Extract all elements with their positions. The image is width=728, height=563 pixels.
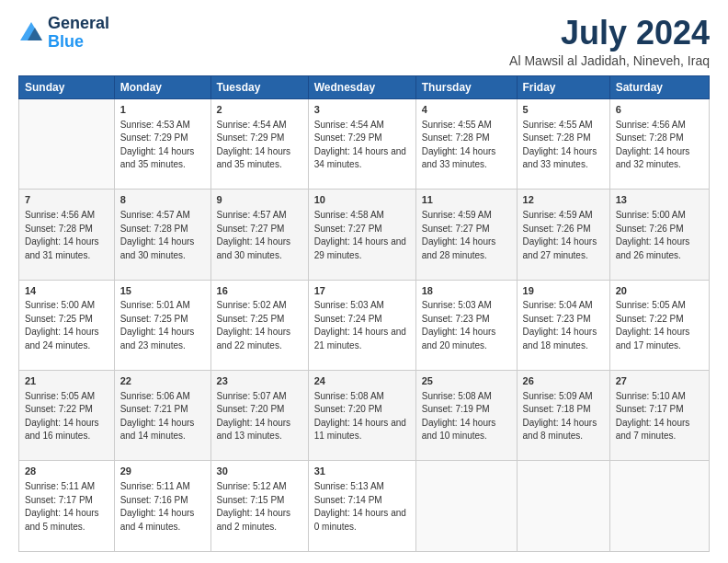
day-cell: 6 Sunrise: 4:56 AM Sunset: 7:28 PM Dayli… — [609, 98, 709, 189]
day-number: 17 — [314, 284, 410, 299]
day-cell: 28 Sunrise: 5:11 AM Sunset: 7:17 PM Dayl… — [19, 461, 115, 552]
sunrise: Sunrise: 4:59 AM — [422, 210, 492, 220]
daylight: Daylight: 14 hours and 35 minutes. — [120, 146, 195, 170]
day-cell: 5 Sunrise: 4:55 AM Sunset: 7:28 PM Dayli… — [517, 98, 609, 189]
day-cell: 8 Sunrise: 4:57 AM Sunset: 7:28 PM Dayli… — [114, 190, 210, 280]
sunrise: Sunrise: 5:11 AM — [25, 481, 95, 491]
daylight: Daylight: 14 hours and 18 minutes. — [523, 327, 597, 350]
sunset: Sunset: 7:21 PM — [120, 404, 188, 414]
day-cell: 20 Sunrise: 5:05 AM Sunset: 7:22 PM Dayl… — [609, 280, 709, 370]
day-number: 8 — [120, 193, 205, 208]
day-number: 3 — [314, 103, 410, 118]
sunrise: Sunrise: 4:53 AM — [120, 120, 190, 130]
daylight: Daylight: 14 hours and 17 minutes. — [616, 327, 690, 350]
sunset: Sunset: 7:27 PM — [217, 224, 285, 234]
day-cell: 16 Sunrise: 5:02 AM Sunset: 7:25 PM Dayl… — [210, 280, 308, 370]
col-header-friday: Friday — [517, 75, 609, 98]
sunset: Sunset: 7:17 PM — [25, 495, 93, 505]
sunset: Sunset: 7:25 PM — [217, 314, 285, 324]
day-cell: 11 Sunrise: 4:59 AM Sunset: 7:27 PM Dayl… — [415, 190, 517, 280]
daylight: Daylight: 14 hours and 28 minutes. — [422, 236, 496, 260]
day-number: 2 — [217, 103, 302, 118]
sunrise: Sunrise: 4:57 AM — [120, 210, 190, 220]
page: General Blue July 2024 Al Mawsil al Jadi… — [0, 0, 728, 563]
sunrise: Sunrise: 5:08 AM — [422, 391, 492, 401]
sunrise: Sunrise: 5:08 AM — [314, 391, 384, 401]
daylight: Daylight: 14 hours and 11 minutes. — [314, 418, 406, 442]
sunrise: Sunrise: 4:55 AM — [523, 120, 593, 130]
logo-icon — [18, 20, 44, 46]
week-row-5: 28 Sunrise: 5:11 AM Sunset: 7:17 PM Dayl… — [19, 461, 710, 552]
day-number: 19 — [523, 284, 604, 299]
sunrise: Sunrise: 5:10 AM — [616, 391, 686, 401]
daylight: Daylight: 14 hours and 32 minutes. — [616, 146, 690, 170]
col-header-wednesday: Wednesday — [308, 75, 415, 98]
col-header-monday: Monday — [114, 75, 210, 98]
sunset: Sunset: 7:27 PM — [422, 224, 490, 234]
day-number: 23 — [217, 374, 302, 389]
day-number: 21 — [25, 374, 108, 389]
col-header-saturday: Saturday — [609, 75, 709, 98]
daylight: Daylight: 14 hours and 4 minutes. — [120, 508, 195, 532]
daylight: Daylight: 14 hours and 7 minutes. — [616, 418, 690, 442]
day-cell: 26 Sunrise: 5:09 AM Sunset: 7:18 PM Dayl… — [517, 371, 609, 461]
main-title: July 2024 — [509, 15, 710, 52]
daylight: Daylight: 14 hours and 30 minutes. — [120, 236, 195, 260]
day-cell: 17 Sunrise: 5:03 AM Sunset: 7:24 PM Dayl… — [308, 280, 415, 370]
sunset: Sunset: 7:29 PM — [314, 132, 382, 143]
daylight: Daylight: 14 hours and 8 minutes. — [523, 418, 597, 442]
sunrise: Sunrise: 5:04 AM — [523, 300, 593, 310]
sunset: Sunset: 7:28 PM — [25, 224, 93, 234]
sunrise: Sunrise: 5:00 AM — [616, 210, 686, 220]
sunset: Sunset: 7:28 PM — [523, 132, 591, 143]
sunrise: Sunrise: 5:11 AM — [120, 481, 190, 491]
sunrise: Sunrise: 5:03 AM — [314, 300, 384, 310]
sunrise: Sunrise: 5:01 AM — [120, 300, 190, 310]
day-number: 26 — [523, 374, 604, 389]
day-cell: 30 Sunrise: 5:12 AM Sunset: 7:15 PM Dayl… — [210, 461, 308, 552]
day-number: 11 — [422, 193, 511, 208]
sunrise: Sunrise: 5:09 AM — [523, 391, 593, 401]
day-number: 7 — [25, 193, 108, 208]
sunset: Sunset: 7:23 PM — [422, 314, 490, 324]
day-number: 30 — [217, 465, 302, 479]
day-cell: 29 Sunrise: 5:11 AM Sunset: 7:16 PM Dayl… — [114, 461, 210, 552]
day-cell: 23 Sunrise: 5:07 AM Sunset: 7:20 PM Dayl… — [210, 371, 308, 461]
sunset: Sunset: 7:28 PM — [422, 132, 490, 143]
day-cell: 25 Sunrise: 5:08 AM Sunset: 7:19 PM Dayl… — [415, 371, 517, 461]
sunrise: Sunrise: 5:06 AM — [120, 391, 190, 401]
sunrise: Sunrise: 5:02 AM — [217, 300, 287, 310]
sunset: Sunset: 7:17 PM — [616, 404, 684, 414]
day-cell: 31 Sunrise: 5:13 AM Sunset: 7:14 PM Dayl… — [308, 461, 415, 552]
daylight: Daylight: 14 hours and 27 minutes. — [523, 236, 597, 260]
daylight: Daylight: 14 hours and 26 minutes. — [616, 236, 690, 260]
day-number: 28 — [25, 465, 108, 479]
calendar-table: SundayMondayTuesdayWednesdayThursdayFrid… — [18, 75, 710, 552]
sunset: Sunset: 7:20 PM — [217, 404, 285, 414]
sunset: Sunset: 7:19 PM — [422, 404, 490, 414]
day-cell: 12 Sunrise: 4:59 AM Sunset: 7:26 PM Dayl… — [517, 190, 609, 280]
sunset: Sunset: 7:14 PM — [314, 495, 382, 505]
day-number: 14 — [25, 284, 108, 299]
day-cell — [609, 461, 709, 552]
day-cell: 24 Sunrise: 5:08 AM Sunset: 7:20 PM Dayl… — [308, 371, 415, 461]
day-cell: 19 Sunrise: 5:04 AM Sunset: 7:23 PM Dayl… — [517, 280, 609, 370]
sunset: Sunset: 7:23 PM — [523, 314, 591, 324]
daylight: Daylight: 14 hours and 0 minutes. — [314, 508, 406, 532]
day-cell: 3 Sunrise: 4:54 AM Sunset: 7:29 PM Dayli… — [308, 98, 415, 189]
sunset: Sunset: 7:26 PM — [616, 224, 684, 234]
day-number: 29 — [120, 465, 205, 479]
sunset: Sunset: 7:29 PM — [217, 132, 285, 143]
week-row-2: 7 Sunrise: 4:56 AM Sunset: 7:28 PM Dayli… — [19, 190, 710, 280]
sunset: Sunset: 7:28 PM — [120, 224, 188, 234]
sunrise: Sunrise: 4:58 AM — [314, 210, 384, 220]
day-cell: 13 Sunrise: 5:00 AM Sunset: 7:26 PM Dayl… — [609, 190, 709, 280]
week-row-3: 14 Sunrise: 5:00 AM Sunset: 7:25 PM Dayl… — [19, 280, 710, 370]
day-cell: 2 Sunrise: 4:54 AM Sunset: 7:29 PM Dayli… — [210, 98, 308, 189]
daylight: Daylight: 14 hours and 33 minutes. — [523, 146, 597, 170]
daylight: Daylight: 14 hours and 16 minutes. — [25, 418, 99, 442]
day-number: 16 — [217, 284, 302, 299]
sunset: Sunset: 7:20 PM — [314, 404, 382, 414]
sunset: Sunset: 7:22 PM — [616, 314, 684, 324]
daylight: Daylight: 14 hours and 2 minutes. — [217, 508, 291, 532]
